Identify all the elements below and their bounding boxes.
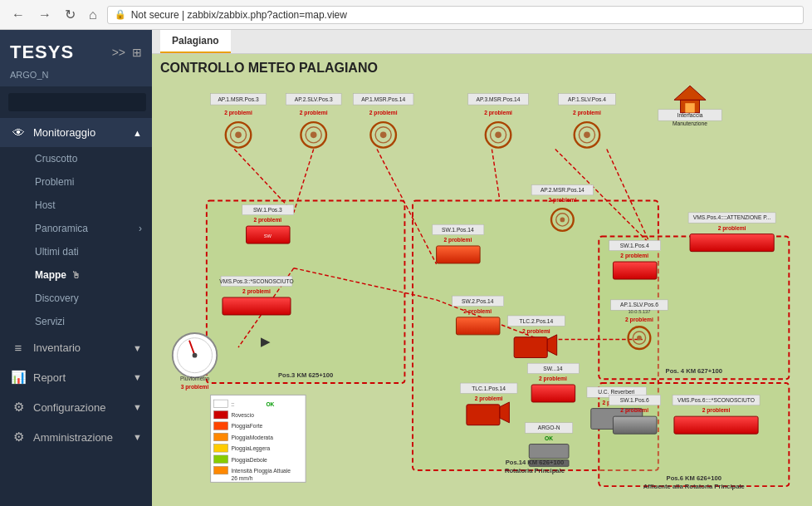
svg-point-130: [193, 353, 198, 358]
svg-point-65: [560, 218, 565, 223]
inventory-icon: ≡: [10, 341, 27, 355]
sidebar-item-host[interactable]: Host: [0, 194, 152, 217]
svg-text:2 problemi: 2 problemi: [484, 110, 512, 116]
svg-text:PioggiaForte: PioggiaForte: [231, 423, 262, 430]
svg-text:SW...14: SW...14: [543, 366, 563, 371]
svg-text:SW.2.Pos.14: SW.2.Pos.14: [462, 298, 494, 304]
sidebar-item-problemi[interactable]: Problemi: [0, 170, 152, 194]
grid-icon[interactable]: ⊞: [132, 46, 142, 59]
sidebar-item-discovery[interactable]: Discovery: [0, 287, 152, 310]
svg-text:Rovescio: Rovescio: [231, 412, 254, 418]
svg-text:Interfaccia: Interfaccia: [677, 112, 703, 118]
svg-text:2 problemi: 2 problemi: [573, 110, 601, 116]
svg-rect-134: [213, 400, 227, 408]
svg-text:2 problemi: 2 problemi: [718, 225, 746, 232]
sidebar-item-configurazione[interactable]: ⚙ Configurazione ▼: [0, 392, 152, 422]
svg-text:2 problemi: 2 problemi: [224, 110, 252, 116]
svg-point-32: [380, 132, 387, 139]
reload-button[interactable]: ↻: [61, 5, 79, 24]
url-bar[interactable]: 🔒 Not secure | zabbix/zabbix.php?action=…: [107, 6, 804, 24]
svg-text:2 problemi: 2 problemi: [522, 328, 550, 335]
svg-text:2 problemi: 2 problemi: [620, 253, 648, 259]
svg-text:Pos. 4 KM 627+100: Pos. 4 KM 627+100: [666, 367, 722, 375]
sidebar-item-amministrazione[interactable]: ⚙ Amministrazione ▼: [0, 422, 152, 452]
svg-rect-143: [213, 445, 227, 453]
svg-text:AP.1.MSR.Pos.14: AP.1.MSR.Pos.14: [361, 96, 405, 102]
config-arrow: ▼: [133, 402, 142, 412]
svg-text:Pos.6 KM 626+100: Pos.6 KM 626+100: [667, 474, 722, 482]
svg-rect-147: [213, 466, 227, 474]
tab-palagiano[interactable]: Palagiano: [160, 30, 231, 53]
svg-text:Pluviometro: Pluviometro: [180, 376, 210, 381]
tabs-bar: Palagiano: [152, 30, 812, 54]
sidebar-subtitle: ARGO_N: [0, 68, 152, 86]
url-text: Not secure | zabbix/zabbix.php?action=ma…: [131, 9, 347, 21]
svg-text:10.0.5.137: 10.0.5.137: [628, 309, 650, 314]
svg-rect-137: [213, 410, 227, 419]
inventario-label: Inventario: [33, 341, 126, 354]
svg-point-44: [584, 132, 590, 139]
svg-text:PioggiaDebole: PioggiaDebole: [231, 457, 267, 464]
svg-text:2 problemi: 2 problemi: [300, 110, 328, 116]
svg-text:::: ::: [231, 401, 234, 407]
svg-text:SW.1.Pos.3: SW.1.Pos.3: [253, 207, 282, 213]
forward-button[interactable]: →: [35, 6, 55, 24]
back-button[interactable]: ←: [8, 6, 28, 24]
svg-text:Rotatoria Principale: Rotatoria Principale: [505, 467, 565, 474]
svg-text:OK: OK: [266, 401, 274, 407]
svg-text:2 problemi: 2 problemi: [369, 110, 398, 116]
svg-text:SW.1.Pos.4: SW.1.Pos.4: [620, 243, 649, 248]
sidebar-item-ultimi-dati[interactable]: Ultimi dati: [0, 240, 152, 263]
lock-icon: 🔒: [115, 9, 126, 20]
svg-text:3 problemi: 3 problemi: [181, 384, 209, 391]
expand-icon[interactable]: >>: [112, 46, 125, 59]
map-title: CONTROLLO METEO PALAGIANO: [160, 61, 378, 76]
svg-text:2 problemi: 2 problemi: [463, 308, 492, 315]
svg-text:VMS.Pos.3::*SCONOSCIUTO: VMS.Pos.3::*SCONOSCIUTO: [219, 278, 293, 284]
sidebar-item-report[interactable]: 📊 Report ▼: [0, 362, 152, 392]
svg-point-20: [235, 132, 242, 139]
svg-rect-120: [674, 416, 758, 434]
admin-arrow: ▼: [133, 432, 142, 442]
svg-text:2 problemi: 2 problemi: [548, 197, 576, 204]
svg-text:OK: OK: [545, 435, 553, 441]
svg-rect-145: [213, 455, 227, 464]
sidebar-logo: TESYS >> ⊞: [0, 30, 152, 68]
map-area[interactable]: CONTROLLO METEO PALAGIANO: [152, 54, 812, 506]
svg-text:2 problemi: 2 problemi: [444, 237, 472, 243]
main-content: Palagiano CONTROLLO METEO PALAGIANO: [152, 30, 812, 506]
svg-text:AP.1.SLV.Pos.6: AP.1.SLV.Pos.6: [620, 302, 658, 307]
sidebar-item-panoramica[interactable]: Panoramica›: [0, 217, 152, 240]
svg-text:VMS.Pos.6::::*SCONOSCIUTO: VMS.Pos.6::::*SCONOSCIUTO: [677, 397, 755, 403]
sidebar-item-inventario[interactable]: ≡ Inventario ▼: [0, 333, 152, 362]
svg-rect-81: [456, 317, 499, 335]
sidebar-item-cruscotto[interactable]: Cruscotto: [0, 147, 152, 170]
report-icon: 📊: [10, 370, 27, 385]
svg-rect-95: [531, 385, 575, 402]
svg-text:AP.1.SLV.Pos.4: AP.1.SLV.Pos.4: [568, 96, 606, 102]
svg-text:2 problemi: 2 problemi: [242, 288, 271, 295]
collapse-icon: ▲: [133, 128, 142, 138]
search-box: 🔍: [0, 86, 152, 118]
app-container: TESYS >> ⊞ ARGO_N 🔍 👁 Monitoraggio ▲ Cru…: [0, 30, 812, 506]
svg-text:Pos.3 KM 625+100: Pos.3 KM 625+100: [278, 371, 333, 379]
svg-text:AP.2.SLV.Pos.3: AP.2.SLV.Pos.3: [295, 96, 333, 102]
sidebar: TESYS >> ⊞ ARGO_N 🔍 👁 Monitoraggio ▲ Cru…: [0, 30, 152, 506]
svg-text:Pos.14 KM 626+100: Pos.14 KM 626+100: [506, 459, 565, 466]
svg-rect-139: [213, 422, 227, 430]
admin-icon: ⚙: [10, 430, 27, 445]
sidebar-item-servizi[interactable]: Servizi: [0, 310, 152, 333]
home-button[interactable]: ⌂: [86, 6, 100, 24]
browser-bar: ← → ↻ ⌂ 🔒 Not secure | zabbix/zabbix.php…: [0, 0, 812, 30]
svg-point-26: [311, 132, 317, 139]
svg-text:26 mm/h: 26 mm/h: [231, 475, 252, 481]
svg-rect-59: [223, 297, 291, 315]
svg-text:2 problemi: 2 problemi: [253, 217, 281, 224]
search-input[interactable]: [8, 93, 146, 111]
report-arrow: ▼: [133, 372, 142, 382]
sidebar-item-mappe[interactable]: Mappe 🖱: [0, 263, 152, 287]
svg-text:TLC.2.Pos.14: TLC.2.Pos.14: [519, 318, 553, 324]
sidebar-item-monitoraggio[interactable]: 👁 Monitoraggio ▲: [0, 118, 152, 147]
inventory-arrow: ▼: [133, 343, 142, 353]
svg-rect-73: [690, 234, 774, 252]
